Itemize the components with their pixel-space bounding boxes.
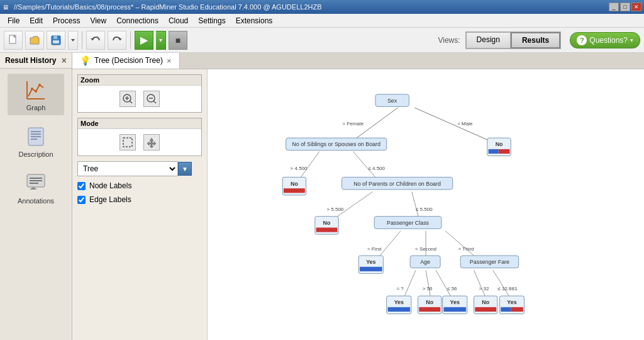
leaf-yes-first[interactable]: Yes [358, 256, 383, 273]
svg-rect-88 [419, 307, 440, 312]
questions-label: Questions? [589, 36, 628, 45]
design-view-button[interactable]: Design [466, 32, 511, 48]
node-labels-checkbox[interactable] [77, 182, 86, 190]
tree-visualization-area[interactable]: = Female = Male > 4.500 ≤ 4.500 > 5.500 [208, 69, 644, 340]
leaf-no-age-high[interactable]: No [418, 296, 441, 314]
description-label: Description [18, 150, 53, 158]
node-siblings[interactable]: No of Siblings or Spouses on Board [286, 138, 387, 150]
menu-cloud[interactable]: Cloud [164, 15, 193, 26]
tree-tab-label: Tree (Decision Tree) [94, 56, 163, 65]
leaf-yes-age-unknown[interactable]: Yes [387, 296, 411, 314]
tree-tab-icon: 💡 [80, 55, 91, 65]
svg-line-25 [130, 101, 132, 103]
run-button[interactable]: ▶ [135, 31, 153, 50]
graph-label: Graph [26, 104, 46, 111]
menu-bar: File Edit Process View Connections Cloud… [0, 14, 644, 28]
zoom-out-button[interactable] [143, 91, 160, 107]
save-dropdown-button[interactable] [68, 31, 78, 50]
svg-text:> 5.500: > 5.500 [326, 207, 343, 212]
leaf-no-fare-high[interactable]: No [474, 296, 497, 314]
result-history-close[interactable]: × [62, 55, 67, 65]
select-dropdown-arrow[interactable]: ▼ [178, 162, 192, 176]
description-icon [23, 124, 48, 149]
leaf-yes-fare-low[interactable]: Yes [499, 296, 524, 314]
leaf-no-parents-high[interactable]: No [315, 217, 338, 234]
questions-button[interactable]: ? Questions? ▾ [570, 32, 640, 48]
svg-text:≤ 4.500: ≤ 4.500 [368, 166, 385, 171]
svg-rect-73 [316, 227, 338, 232]
node-labels-row: Node Labels [77, 181, 202, 190]
node-parents[interactable]: No of Parents or Children on Board [342, 177, 453, 190]
restore-button[interactable]: □ [620, 3, 630, 11]
stop-button[interactable]: ■ [169, 31, 187, 50]
view-type-select[interactable]: Tree Graph Table [77, 161, 178, 176]
menu-file[interactable]: File [3, 15, 25, 26]
tab-bar: 💡 Tree (Decision Tree) × [72, 53, 644, 69]
svg-rect-68 [284, 188, 305, 193]
menu-view[interactable]: View [85, 15, 111, 26]
svg-text:Age: Age [420, 259, 430, 265]
toolbar: ▶ ▾ ■ Views: Design Results ? Questions?… [0, 28, 644, 53]
svg-rect-29 [123, 138, 132, 147]
svg-text:> 32: > 32 [479, 286, 489, 292]
results-view-button[interactable]: Results [511, 32, 560, 48]
main-content: Result History × Graph [0, 53, 644, 340]
leaf-yes-age-low[interactable]: Yes [443, 296, 467, 314]
node-passenger-class[interactable]: Passenger Class [374, 217, 441, 229]
menu-process[interactable]: Process [48, 15, 85, 26]
minimize-button[interactable]: _ [609, 3, 619, 11]
right-panel: 💡 Tree (Decision Tree) × Zoom [72, 53, 644, 340]
tree-tab[interactable]: 💡 Tree (Decision Tree) × [72, 53, 180, 69]
sidebar-item-annotations[interactable]: Annotations [8, 167, 64, 208]
svg-rect-98 [511, 307, 523, 312]
svg-text:No: No [291, 181, 298, 187]
svg-rect-3 [53, 40, 59, 43]
tree-tab-close[interactable]: × [167, 56, 172, 65]
menu-settings[interactable]: Settings [193, 15, 230, 26]
node-passenger-fare[interactable]: Passenger Fare [460, 256, 519, 268]
mode-group-title: Mode [78, 118, 201, 129]
window-controls[interactable]: _ □ ✕ [609, 3, 641, 11]
svg-text:≤ 56: ≤ 56 [447, 286, 457, 292]
undo-button[interactable] [86, 31, 105, 50]
annotations-label: Annotations [18, 197, 54, 205]
svg-text:No: No [482, 299, 489, 305]
edge-labels-checkbox[interactable] [77, 196, 86, 204]
svg-rect-91 [443, 307, 466, 312]
svg-text:= Second: = Second [415, 246, 436, 252]
sidebar-item-description[interactable]: Description [8, 120, 64, 162]
menu-edit[interactable]: Edit [25, 15, 48, 26]
leaf-no-siblings-high[interactable]: No [282, 177, 306, 195]
svg-rect-85 [387, 307, 410, 312]
node-age[interactable]: Age [410, 256, 440, 268]
close-button[interactable]: ✕ [631, 3, 641, 11]
save-button[interactable] [47, 31, 65, 50]
leaf-no-male[interactable]: No [487, 138, 511, 156]
toolbar-separator-1 [82, 31, 82, 49]
decision-tree-svg: = Female = Male > 4.500 ≤ 4.500 > 5.500 [208, 69, 644, 340]
redo-button[interactable] [108, 31, 126, 50]
edge-labels-label: Edge Labels [89, 195, 131, 204]
select-mode-button[interactable] [119, 134, 136, 150]
graph-icon [23, 77, 48, 103]
sidebar-item-graph[interactable]: Graph [8, 74, 64, 115]
control-panel: Zoom [72, 69, 208, 340]
open-button[interactable] [25, 31, 44, 50]
menu-extensions[interactable]: Extensions [231, 15, 278, 26]
run-dropdown-button[interactable]: ▾ [156, 31, 166, 50]
menu-connections[interactable]: Connections [111, 15, 164, 26]
svg-text:= Male: = Male [457, 121, 473, 127]
svg-text:Passenger Fare: Passenger Fare [470, 259, 509, 265]
svg-text:Yes: Yes [450, 299, 460, 305]
move-mode-button[interactable] [143, 134, 160, 150]
svg-rect-97 [501, 307, 511, 312]
svg-text:≤ 32.881: ≤ 32.881 [497, 286, 518, 292]
edge-labels-row: Edge Labels [77, 195, 202, 204]
svg-text:No: No [426, 299, 433, 305]
zoom-in-button[interactable] [119, 91, 136, 107]
new-button[interactable] [4, 31, 23, 50]
svg-text:No: No [323, 220, 331, 226]
node-sex[interactable]: Sex [375, 94, 409, 107]
svg-text:Yes: Yes [507, 299, 516, 305]
svg-text:Yes: Yes [394, 299, 404, 305]
